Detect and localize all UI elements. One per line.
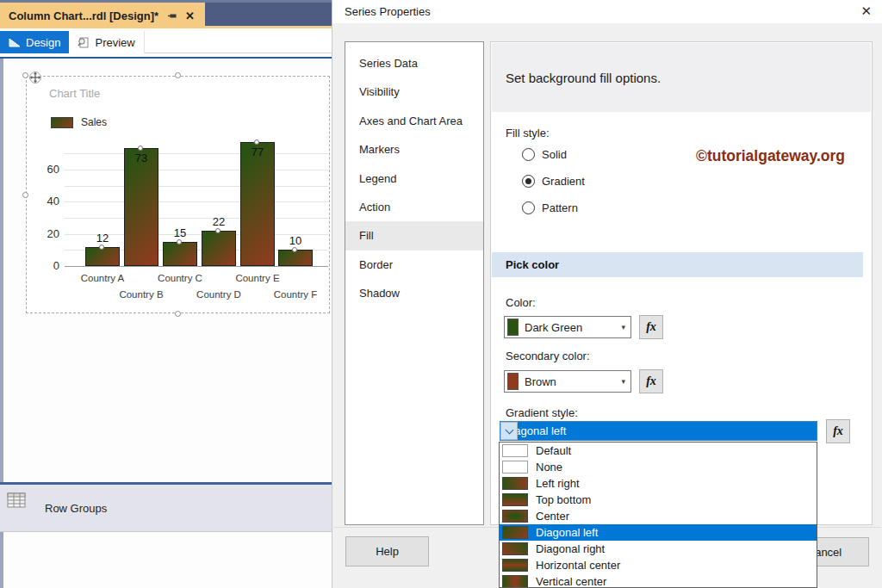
bar-country-d[interactable]	[202, 231, 236, 266]
radio-label: Solid	[542, 148, 567, 161]
gradient-swatch-leftright	[502, 477, 528, 490]
pick-color-header: Pick color	[492, 252, 863, 277]
bar-country-b[interactable]	[124, 148, 158, 266]
radio-circle[interactable]	[522, 201, 535, 214]
gridline	[65, 186, 328, 187]
gradient-swatch-none	[502, 444, 528, 457]
gradient-style-dropdown-list: DefaultNoneLeft rightTop bottomCenterDia…	[499, 442, 817, 588]
dropdown-arrow-icon: ▾	[621, 323, 625, 331]
gradient-style-combobox[interactable]: Diagonal left	[500, 421, 817, 441]
gridline	[65, 266, 328, 267]
bar-country-e[interactable]	[240, 142, 275, 266]
nav-item-legend[interactable]: Legend	[345, 164, 483, 193]
nav-item-border[interactable]: Border	[345, 251, 483, 279]
color-swatch	[507, 319, 519, 336]
dropdown-item-label: Diagonal left	[536, 526, 598, 539]
radio-label: Pattern	[542, 201, 578, 214]
gradient-style-value: Diagonal left	[500, 422, 817, 440]
move-handle-icon[interactable]	[29, 71, 41, 84]
gradient-style-label: Gradient style:	[506, 406, 578, 419]
legend-swatch	[51, 117, 73, 128]
radio-solid[interactable]: Solid	[522, 147, 567, 161]
chevron-down-icon	[505, 425, 513, 434]
resize-handle-top-center[interactable]	[175, 72, 181, 78]
chart-object[interactable]: Chart Title Sales 020406012Country A73Co…	[26, 76, 330, 313]
gradient-style-dropdown-button[interactable]	[500, 422, 518, 440]
dropdown-item-none[interactable]: None	[500, 459, 817, 475]
bar-value-label: 77	[240, 145, 275, 158]
row-groups-pane-header[interactable]: Row Groups	[0, 482, 332, 532]
dropdown-item-center[interactable]: Center	[500, 508, 817, 524]
color-expression-button[interactable]: fx	[639, 315, 663, 339]
series-properties-dialog: Series Properties ✕ Series DataVisibilit…	[332, 0, 882, 588]
dialog-close-icon[interactable]: ✕	[860, 3, 872, 19]
dropdown-item-diagonal-left[interactable]: Diagonal left	[500, 524, 817, 541]
dropdown-item-left-right[interactable]: Left right	[500, 475, 817, 492]
nav-item-fill[interactable]: Fill	[345, 221, 483, 250]
dropdown-item-diagonal-right[interactable]: Diagonal right	[500, 541, 817, 557]
x-axis-label-country-b: Country B	[102, 289, 180, 300]
resize-handle-top-left[interactable]	[22, 72, 28, 78]
x-axis-label-country-c: Country C	[141, 273, 219, 283]
dropdown-item-horizontal-center[interactable]: Horizontal center	[500, 557, 817, 573]
preview-icon	[78, 37, 90, 48]
bar-country-c[interactable]	[163, 242, 197, 266]
dropdown-item-label: Center	[536, 510, 569, 523]
secondary-color-swatch	[507, 373, 519, 390]
dropdown-item-label: Default	[536, 444, 571, 457]
bar-value-label: 22	[202, 215, 236, 228]
x-axis-label-country-a: Country A	[64, 273, 141, 283]
nav-item-visibility[interactable]: Visibility	[345, 77, 483, 106]
chart-title[interactable]: Chart Title	[49, 87, 100, 100]
pane-header-text: Set background fill options.	[506, 71, 661, 85]
x-axis-label-country-d: Country D	[180, 289, 258, 300]
gridline	[65, 218, 328, 219]
bar-anchor-dot	[215, 228, 220, 233]
radio-circle[interactable]	[522, 148, 535, 161]
resize-handle-left-middle[interactable]	[22, 192, 28, 198]
gradient-swatch-topbottom	[502, 493, 528, 506]
help-button[interactable]: Help	[345, 536, 429, 566]
y-axis-tick-label: 20	[32, 227, 59, 240]
dropdown-item-vertical-center[interactable]: Vertical center	[500, 573, 817, 588]
document-close-icon[interactable]: ✕	[185, 9, 195, 22]
document-tab-title: Column Chart...rdl [Design]*	[9, 9, 158, 22]
gridline	[65, 201, 328, 202]
y-axis-tick-label: 40	[32, 195, 59, 207]
y-axis-tick-label: 0	[32, 259, 59, 272]
dropdown-item-default[interactable]: Default	[500, 443, 817, 459]
tab-design[interactable]: Design	[0, 31, 69, 53]
dialog-titlebar[interactable]: Series Properties ✕	[332, 0, 882, 23]
secondary-color-dropdown[interactable]: Brown ▾	[504, 370, 631, 393]
nav-item-series-data[interactable]: Series Data	[345, 49, 483, 77]
bar-country-a[interactable]	[85, 247, 120, 266]
bar-anchor-dot	[292, 247, 297, 252]
y-axis-tick-label: 60	[32, 163, 59, 176]
dropdown-arrow-icon: ▾	[621, 377, 625, 386]
bar-value-label: 73	[124, 152, 158, 164]
radio-circle[interactable]	[522, 175, 535, 188]
resize-handle-bottom-center[interactable]	[175, 311, 181, 317]
color-dropdown[interactable]: Dark Green ▾	[504, 316, 631, 338]
pin-icon[interactable]	[167, 10, 178, 22]
dropdown-item-top-bottom[interactable]: Top bottom	[500, 492, 817, 508]
dropdown-item-label: Horizontal center	[536, 559, 620, 572]
nav-item-shadow[interactable]: Shadow	[345, 279, 483, 307]
secondary-color-expression-button[interactable]: fx	[639, 369, 663, 393]
gradient-swatch-hcenter	[502, 559, 528, 572]
radio-pattern[interactable]: Pattern	[522, 201, 578, 214]
gridline	[65, 170, 328, 170]
radio-label: Gradient	[542, 175, 585, 188]
gradient-expression-button[interactable]: fx	[826, 419, 850, 443]
nav-item-markers[interactable]: Markers	[345, 135, 483, 164]
tab-preview[interactable]: Preview	[69, 31, 144, 53]
gradient-swatch-none	[502, 461, 528, 473]
bar-country-f[interactable]	[278, 250, 313, 266]
radio-gradient[interactable]: Gradient	[522, 174, 585, 188]
dropdown-item-label: None	[536, 461, 562, 473]
chart-legend[interactable]: Sales	[51, 116, 107, 128]
nav-item-action[interactable]: Action	[345, 193, 483, 221]
nav-item-axes-and-chart-area[interactable]: Axes and Chart Area	[345, 107, 483, 135]
gradient-swatch-diagright	[502, 542, 528, 555]
document-tab[interactable]: Column Chart...rdl [Design]* ✕	[0, 3, 205, 28]
